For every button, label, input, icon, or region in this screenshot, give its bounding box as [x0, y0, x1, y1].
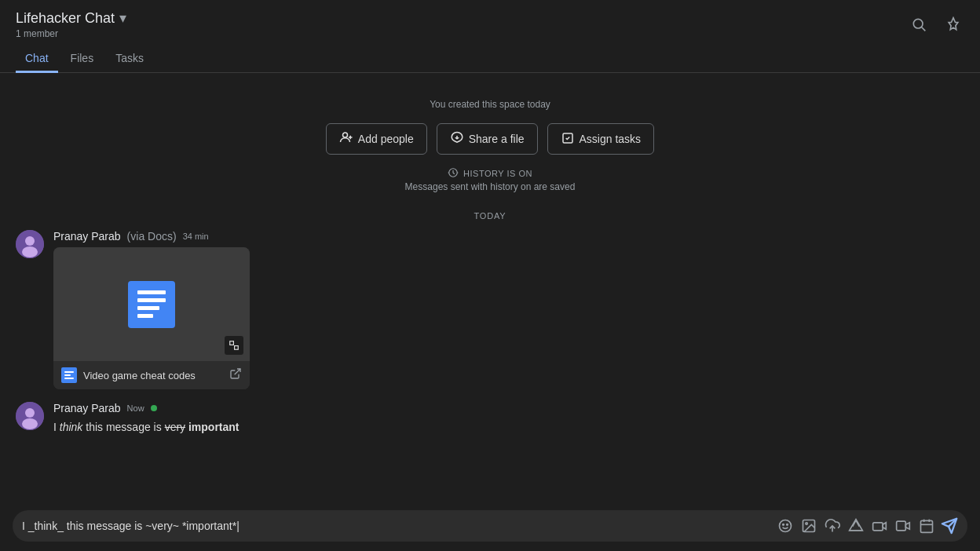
doc-line [137, 314, 153, 318]
video-button[interactable] [894, 516, 912, 535]
doc-small-line [64, 378, 74, 379]
assign-tasks-button[interactable]: Assign tasks [547, 123, 655, 155]
svg-point-18 [787, 524, 788, 526]
doc-line [137, 298, 166, 302]
svg-rect-10 [230, 341, 234, 345]
assign-tasks-icon [561, 131, 575, 148]
doc-icon [128, 281, 175, 328]
doc-small-line [64, 371, 74, 373]
doc-expand-button[interactable] [225, 336, 243, 355]
tab-chat[interactable]: Chat [16, 46, 58, 73]
message-meta: Pranay Parab (via Docs) 34 min [53, 230, 964, 243]
share-file-label: Share a file [469, 133, 525, 145]
member-count: 1 member [16, 28, 126, 39]
avatar [16, 402, 44, 430]
doc-small-lines [64, 371, 74, 379]
message-content: Pranay Parab Now I think this message is… [53, 402, 964, 436]
add-people-button[interactable]: Add people [326, 123, 427, 155]
svg-point-9 [22, 246, 38, 257]
doc-icon-lines [131, 284, 172, 324]
italic-text: think [60, 421, 83, 433]
dropdown-icon[interactable]: ▾ [119, 9, 126, 27]
space-created-banner: You created this space today [0, 97, 980, 111]
add-people-label: Add people [358, 133, 414, 145]
doc-line [137, 290, 166, 294]
doc-small-line [64, 374, 71, 376]
input-container [13, 510, 967, 542]
action-buttons: Add people Share a file Assign tasks [0, 123, 980, 155]
svg-point-2 [342, 133, 347, 137]
assign-tasks-label: Assign tasks [580, 133, 642, 145]
sender-name: Pranay Parab [53, 402, 121, 414]
meet-schedule-button[interactable] [870, 516, 889, 535]
message-meta: Pranay Parab Now [53, 402, 964, 414]
history-label: HISTORY IS ON [448, 167, 532, 180]
add-people-icon [339, 130, 353, 148]
message-group: Pranay Parab (via Docs) 34 min [16, 230, 964, 389]
date-divider: TODAY [0, 211, 980, 221]
avatar [16, 230, 44, 258]
sender-source: (via Docs) [127, 230, 177, 243]
svg-rect-26 [921, 520, 933, 532]
svg-point-0 [913, 19, 923, 28]
timestamp: Now [127, 403, 144, 413]
history-icon [448, 167, 459, 180]
online-indicator [151, 405, 157, 411]
history-text: HISTORY IS ON [463, 169, 532, 178]
messages-area: Pranay Parab (via Docs) 34 min [0, 230, 980, 448]
svg-point-15 [22, 418, 38, 429]
svg-rect-22 [873, 523, 883, 531]
tab-files[interactable]: Files [61, 46, 104, 73]
share-file-icon [450, 131, 464, 148]
svg-point-20 [806, 523, 808, 525]
svg-rect-24 [897, 521, 906, 531]
space-title: Lifehacker Chat ▾ [16, 9, 126, 27]
timestamp: 34 min [183, 232, 209, 241]
message-input[interactable] [22, 520, 770, 532]
emoji-button[interactable] [776, 516, 795, 535]
pin-button[interactable] [942, 13, 964, 35]
svg-point-16 [780, 520, 792, 532]
image-button[interactable] [799, 516, 818, 535]
space-created-text: You created this space today [430, 99, 550, 110]
header-top: Lifehacker Chat ▾ 1 member [16, 9, 964, 39]
svg-line-1 [922, 27, 926, 31]
space-title-text: Lifehacker Chat [16, 10, 115, 27]
svg-point-14 [25, 408, 35, 418]
doc-footer-left: Video game cheat codes [61, 367, 196, 383]
doc-line [137, 306, 159, 310]
doc-open-button[interactable] [229, 367, 242, 383]
sender-name: Pranay Parab [53, 230, 121, 243]
svg-point-17 [783, 524, 784, 526]
doc-preview [53, 247, 250, 361]
send-button[interactable] [941, 517, 958, 535]
tabs: Chat Files Tasks [16, 46, 964, 72]
message-content: Pranay Parab (via Docs) 34 min [53, 230, 964, 389]
svg-marker-23 [883, 523, 886, 529]
svg-rect-11 [235, 346, 239, 350]
doc-small-icon [61, 367, 77, 383]
history-sublabel: Messages sent with history on are saved [405, 181, 576, 192]
doc-name: Video game cheat codes [83, 370, 196, 381]
message-group: Pranay Parab Now I think this message is… [16, 402, 964, 436]
doc-card[interactable]: Video game cheat codes [53, 247, 250, 389]
bold-text: important [188, 421, 240, 433]
strikethrough-text: very [165, 421, 185, 433]
upload-button[interactable] [823, 516, 842, 535]
input-area [0, 504, 980, 551]
calendar-button[interactable] [917, 516, 936, 535]
text-message: I think this message is very important [53, 419, 964, 436]
header-actions [908, 13, 964, 35]
search-button[interactable] [908, 13, 930, 35]
history-banner: HISTORY IS ON Messages sent with history… [0, 167, 980, 192]
tab-tasks[interactable]: Tasks [106, 46, 153, 73]
svg-line-12 [235, 369, 240, 374]
main-content: You created this space today Add people [0, 73, 980, 546]
drive-button[interactable] [847, 516, 865, 535]
header: Lifehacker Chat ▾ 1 member Chat Files Ta… [0, 0, 980, 73]
share-file-button[interactable]: Share a file [437, 123, 538, 155]
svg-point-8 [25, 236, 35, 246]
input-actions [776, 516, 958, 535]
header-left: Lifehacker Chat ▾ 1 member [16, 9, 126, 39]
svg-marker-25 [905, 523, 909, 529]
